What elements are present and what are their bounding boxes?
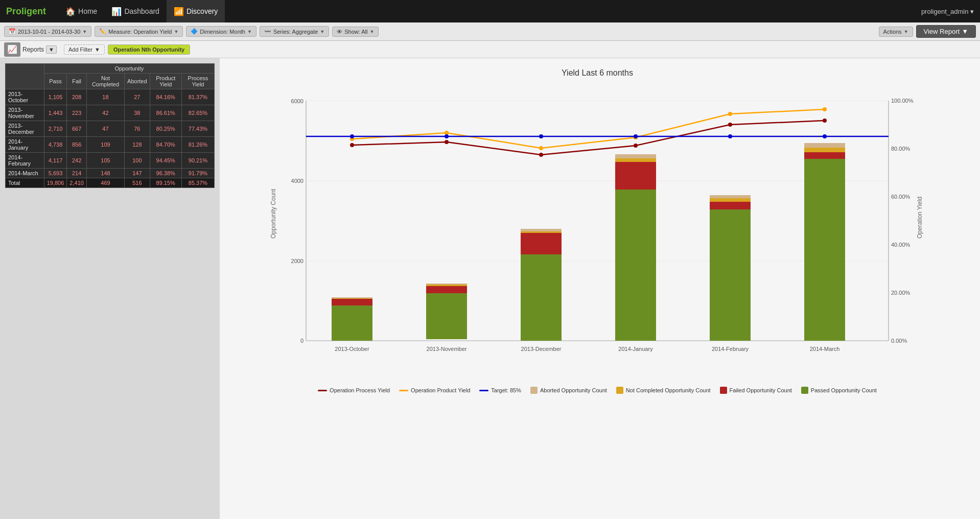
process-yield-dot (350, 143, 354, 147)
chart-container: 0 2000 4000 6000 8000 0.00% 20.00% 40.00… (230, 85, 965, 382)
top-navigation: Proligent 🏠 Home 📊 Dashboard 📶 Discovery… (0, 0, 980, 22)
svg-point-40 (634, 134, 638, 138)
svg-text:0: 0 (300, 338, 304, 344)
col-not-completed: Not Completed (86, 74, 124, 89)
svg-point-32 (445, 131, 449, 135)
svg-point-29 (728, 123, 732, 127)
bar-mar-aborted (804, 143, 845, 148)
process-yield-line (352, 121, 825, 155)
bar-dec-passed (521, 254, 562, 341)
discovery-icon: 📶 (174, 7, 184, 16)
reports-dropdown[interactable]: ▼ (46, 45, 57, 54)
series-selector[interactable]: 〰️ Series: Aggregate ▼ (260, 26, 329, 37)
view-report-button[interactable]: View Report ▼ (916, 25, 976, 38)
active-filter-tag[interactable]: Operation Nth Opportunity (108, 44, 190, 55)
bar-mar-notcompleted (804, 148, 845, 152)
legend-passed: Passed Opportunity Count (801, 387, 877, 394)
bar-nov-aborted (426, 284, 467, 285)
legend-not-completed: Not Completed Opportunity Count (616, 387, 711, 394)
col-pass: Pass (44, 74, 67, 89)
user-menu[interactable]: proligent_admin ▾ (921, 8, 974, 15)
svg-text:Operation Yield: Operation Yield (916, 197, 923, 239)
actions-button[interactable]: Actions ▼ (879, 27, 913, 37)
chart-legend: Operation Process Yield Operation Produc… (230, 387, 965, 394)
table-row: 2014-March 5,693 214 148 147 96.38% 91.7… (6, 169, 215, 178)
svg-text:Opportunity Count: Opportunity Count (270, 188, 277, 239)
bar-feb-failed (710, 202, 751, 209)
table-row: Total 19,806 2,410 469 516 89.15% 85.37% (6, 178, 215, 188)
chart-svg: 0 2000 4000 6000 8000 0.00% 20.00% 40.00… (230, 85, 965, 382)
chart-panel: Yield Last 6 months 0 2000 4000 6000 (220, 58, 980, 519)
legend-failed: Failed Opportunity Count (720, 387, 792, 394)
dropdown-arrow: ▼ (247, 29, 252, 34)
dashboard-icon: 📊 (111, 7, 122, 16)
legend-aborted: Aborted Opportunity Count (530, 387, 607, 394)
svg-point-42 (823, 134, 827, 138)
col-process-yield: Process Yield (181, 74, 214, 89)
svg-point-41 (728, 134, 732, 138)
legend-passed-swatch (801, 387, 808, 394)
legend-aborted-swatch (530, 387, 538, 394)
table-row: 2014-February 4,117 242 105 100 94.45% 9… (6, 153, 215, 169)
bar-jan-aborted (615, 154, 656, 158)
svg-text:60.00%: 60.00% (891, 194, 911, 200)
dropdown-arrow: ▼ (95, 46, 100, 53)
svg-point-36 (823, 107, 827, 111)
main-toolbar: 📅 2013-10-01 - 2014-03-30 ▼ ✏️ Measure: … (0, 22, 980, 41)
table-header-date (6, 64, 44, 89)
home-icon: 🏠 (65, 7, 76, 16)
nav-discovery[interactable]: 📶 Discovery (167, 0, 225, 22)
svg-text:20.00%: 20.00% (891, 290, 911, 296)
legend-failed-swatch (720, 387, 727, 394)
legend-target: Target: 85% (479, 387, 521, 394)
dropdown-arrow: ▼ (320, 29, 324, 34)
svg-text:4000: 4000 (291, 178, 304, 184)
bar-nov-notcompleted (426, 285, 467, 286)
table-span-header: Opportunity (44, 64, 214, 74)
dimension-icon: 🔷 (191, 28, 198, 35)
bar-nov-passed (426, 293, 467, 339)
col-product-yield: Product Yield (150, 74, 181, 89)
svg-text:2014-January: 2014-January (618, 346, 653, 352)
bar-feb-passed (710, 209, 751, 341)
date-range-picker[interactable]: 📅 2013-10-01 - 2014-03-30 ▼ (4, 26, 91, 37)
nav-home[interactable]: 🏠 Home (58, 0, 104, 22)
bar-oct-aborted (332, 297, 372, 298)
bar-dec-notcompleted (521, 231, 562, 233)
dimension-selector[interactable]: 🔷 Dimension: Month ▼ (186, 26, 256, 37)
table-row: 2014-January 4,738 856 109 128 84.70% 81… (6, 137, 215, 153)
dropdown-arrow: ▼ (82, 29, 87, 34)
svg-point-33 (539, 146, 543, 150)
table-row: 2013-December 2,710 667 47 76 80.25% 77.… (6, 121, 215, 137)
dropdown-arrow: ▼ (962, 28, 968, 35)
svg-point-39 (539, 134, 543, 138)
svg-point-35 (728, 112, 732, 116)
main-content: Opportunity Pass Fail Not Completed Abor… (0, 58, 980, 519)
bar-dec-failed (521, 233, 562, 254)
bar-oct-failed (332, 299, 372, 305)
reports-label: Reports (22, 46, 44, 53)
bar-nov-failed (426, 286, 467, 293)
col-aborted: Aborted (125, 74, 150, 89)
svg-point-30 (823, 119, 827, 123)
svg-point-27 (539, 153, 543, 157)
show-icon: 👁 (337, 29, 342, 35)
bar-feb-notcompleted (710, 198, 751, 202)
dropdown-arrow: ▼ (904, 29, 908, 34)
dropdown-arrow: ▼ (174, 29, 178, 34)
nav-dashboard[interactable]: 📊 Dashboard (104, 0, 167, 22)
legend-not-completed-swatch (616, 387, 623, 394)
bar-feb-aborted (710, 195, 751, 198)
svg-text:2000: 2000 (291, 258, 304, 264)
add-filter-button[interactable]: Add Filter ▼ (64, 44, 105, 55)
svg-text:100.00%: 100.00% (891, 98, 914, 104)
svg-text:0.00%: 0.00% (891, 338, 907, 344)
measure-icon: ✏️ (99, 28, 106, 35)
svg-text:2013-December: 2013-December (521, 346, 562, 352)
svg-text:40.00%: 40.00% (891, 242, 911, 248)
measure-selector[interactable]: ✏️ Measure: Operation Yield ▼ (95, 26, 183, 37)
show-selector[interactable]: 👁 Show: All ▼ (332, 27, 379, 37)
svg-text:2014-February: 2014-February (712, 346, 749, 352)
table-row: 2013-November 1,443 223 42 38 86.61% 82.… (6, 105, 215, 121)
filter-bar: 📈 Reports ▼ Add Filter ▼ Operation Nth O… (0, 41, 980, 58)
